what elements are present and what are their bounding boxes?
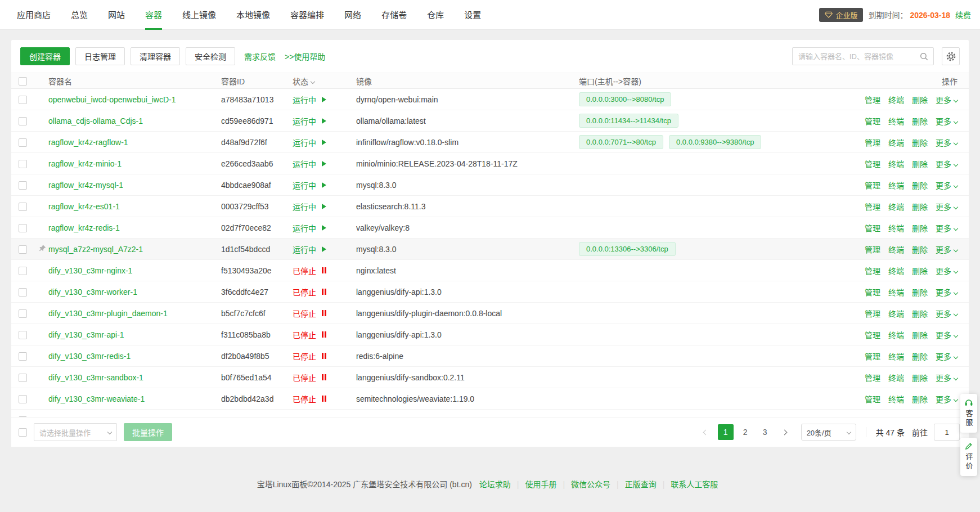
row-checkbox[interactable] [19, 224, 27, 232]
row-action-more[interactable]: 更多 [936, 224, 957, 233]
batch-action-select[interactable]: 请选择批量操作 [34, 423, 117, 441]
nav-tab[interactable]: 应用商店 [7, 0, 61, 30]
nav-tab[interactable]: 线上镜像 [172, 0, 226, 30]
row-checkbox[interactable] [19, 374, 27, 382]
batch-select-all-checkbox[interactable] [19, 428, 27, 437]
pagination-page[interactable]: 3 [757, 424, 773, 440]
container-name-link[interactable]: dify_v130_c3mr-redis-1 [48, 352, 131, 361]
row-action-more[interactable]: 更多 [936, 138, 957, 147]
row-checkbox[interactable] [19, 416, 27, 417]
row-checkbox[interactable] [19, 331, 27, 339]
row-action-terminal[interactable]: 终端 [888, 395, 904, 404]
footer-link[interactable]: 论坛求助 [479, 480, 511, 489]
nav-tab[interactable]: 容器编排 [280, 0, 334, 30]
row-action-manage[interactable]: 管理 [865, 117, 880, 126]
row-action-delete[interactable]: 删除 [912, 395, 928, 404]
row-checkbox[interactable] [19, 117, 27, 125]
row-checkbox[interactable] [19, 138, 27, 147]
row-action-terminal[interactable]: 终端 [888, 224, 904, 233]
row-checkbox[interactable] [19, 267, 27, 275]
row-action-more[interactable]: 更多 [936, 181, 957, 190]
previous-page-button[interactable] [698, 424, 714, 440]
container-name-link[interactable]: dify_v130_c3mr-worker-1 [48, 288, 137, 297]
pagination-page[interactable]: 1 [718, 424, 734, 440]
container-name-link[interactable]: dify_v130_c3mr-api-1 [48, 330, 124, 339]
nav-tab[interactable]: 容器 [135, 0, 172, 30]
row-action-terminal[interactable]: 终端 [888, 309, 904, 318]
row-action-terminal[interactable]: 终端 [888, 138, 904, 147]
row-action-delete[interactable]: 删除 [912, 288, 928, 297]
row-action-terminal[interactable]: 终端 [888, 96, 904, 105]
row-action-more[interactable]: 更多 [936, 416, 957, 417]
footer-link[interactable]: 微信公众号 [571, 480, 610, 489]
nav-tab[interactable]: 网站 [98, 0, 135, 30]
row-checkbox[interactable] [19, 245, 27, 254]
container-name-link[interactable]: dify_v130_c3mr-plugin_daemon-1 [48, 309, 168, 318]
row-checkbox[interactable] [19, 288, 27, 297]
nav-tab[interactable]: 设置 [454, 0, 491, 30]
row-action-delete[interactable]: 删除 [912, 160, 928, 169]
row-checkbox[interactable] [19, 309, 27, 318]
customer-service-button[interactable]: 客服 [960, 394, 977, 433]
footer-link[interactable]: 正版查询 [625, 480, 657, 489]
page-size-select[interactable]: 20条/页 [801, 424, 856, 441]
row-action-terminal[interactable]: 终端 [888, 203, 904, 212]
row-action-terminal[interactable]: 终端 [888, 245, 904, 254]
row-action-terminal[interactable]: 终端 [888, 331, 904, 340]
nav-tab[interactable]: 本地镜像 [226, 0, 280, 30]
select-all-checkbox[interactable] [19, 77, 27, 86]
security-check-button[interactable]: 安全检测 [186, 47, 235, 65]
row-action-manage[interactable]: 管理 [865, 267, 880, 276]
row-action-delete[interactable]: 删除 [912, 117, 928, 126]
batch-operation-button[interactable]: 批量操作 [124, 423, 172, 441]
row-action-terminal[interactable]: 终端 [888, 352, 904, 361]
row-action-terminal[interactable]: 终端 [888, 416, 904, 417]
row-action-delete[interactable]: 删除 [912, 203, 928, 212]
row-action-more[interactable]: 更多 [936, 309, 957, 318]
row-action-delete[interactable]: 删除 [912, 416, 928, 417]
review-button[interactable]: 评价 [960, 438, 977, 476]
row-action-more[interactable]: 更多 [936, 117, 957, 126]
container-name-link[interactable]: ragflow_kr4z-mysql-1 [48, 181, 123, 190]
row-action-terminal[interactable]: 终端 [888, 181, 904, 190]
row-action-delete[interactable]: 删除 [912, 352, 928, 361]
log-management-button[interactable]: 日志管理 [75, 47, 125, 65]
row-action-manage[interactable]: 管理 [865, 331, 880, 340]
row-checkbox[interactable] [19, 203, 27, 211]
row-action-terminal[interactable]: 终端 [888, 288, 904, 297]
feedback-link[interactable]: 需求反馈 [244, 51, 276, 62]
row-action-more[interactable]: 更多 [936, 160, 957, 169]
search-button[interactable] [914, 48, 933, 65]
nav-tab[interactable]: 仓库 [417, 0, 454, 30]
row-action-delete[interactable]: 删除 [912, 96, 928, 105]
container-name-link[interactable]: dify_v130_c3mr-sandbox-1 [48, 373, 143, 382]
row-action-more[interactable]: 更多 [936, 96, 957, 105]
row-action-manage[interactable]: 管理 [865, 160, 880, 169]
goto-page-input[interactable] [934, 424, 960, 441]
create-container-button[interactable]: 创建容器 [20, 47, 70, 65]
row-action-terminal[interactable]: 终端 [888, 374, 904, 383]
table-settings-button[interactable] [942, 47, 960, 65]
row-action-delete[interactable]: 删除 [912, 181, 928, 190]
container-name-link[interactable]: ragflow_kr4z-ragflow-1 [48, 138, 128, 147]
container-name-link[interactable]: ragflow_kr4z-minio-1 [48, 159, 122, 168]
row-action-more[interactable]: 更多 [936, 245, 957, 254]
row-action-terminal[interactable]: 终端 [888, 160, 904, 169]
row-action-more[interactable]: 更多 [936, 331, 957, 340]
enterprise-badge[interactable]: 企业版 [819, 8, 863, 22]
row-action-manage[interactable]: 管理 [865, 352, 880, 361]
container-name-link[interactable]: ragflow_kr4z-es01-1 [48, 202, 120, 211]
row-action-terminal[interactable]: 终端 [888, 117, 904, 126]
row-action-more[interactable]: 更多 [936, 352, 957, 361]
row-action-manage[interactable]: 管理 [865, 374, 880, 383]
row-action-manage[interactable]: 管理 [865, 181, 880, 190]
renew-link[interactable]: 续费 [955, 9, 971, 20]
row-action-manage[interactable]: 管理 [865, 416, 880, 417]
help-link[interactable]: >>使用帮助 [285, 51, 325, 62]
footer-link[interactable]: 使用手册 [525, 480, 556, 489]
row-action-delete[interactable]: 删除 [912, 245, 928, 254]
row-action-delete[interactable]: 删除 [912, 224, 928, 233]
row-checkbox[interactable] [19, 181, 27, 190]
row-action-terminal[interactable]: 终端 [888, 267, 904, 276]
row-action-more[interactable]: 更多 [936, 267, 957, 276]
